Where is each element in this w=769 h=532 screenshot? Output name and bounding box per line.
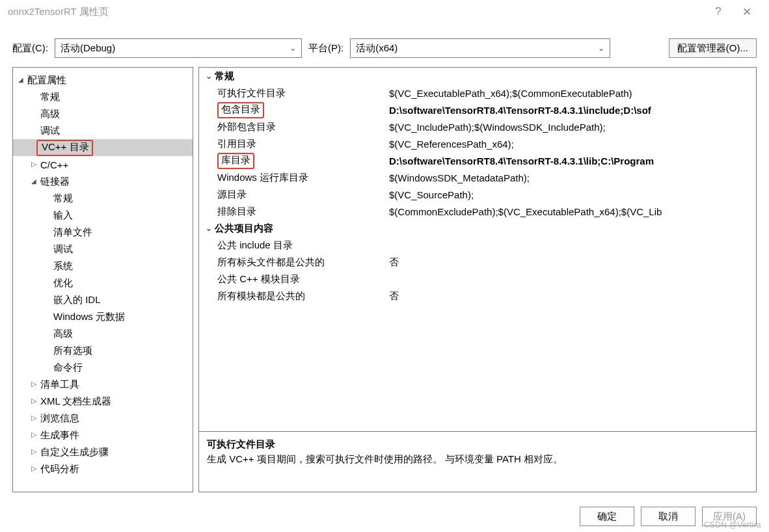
- property-row[interactable]: 包含目录D:\software\TensorRT8.4\TensorRT-8.4…: [199, 101, 756, 118]
- group-title: 常规: [215, 70, 234, 83]
- tree-item[interactable]: C/C++: [13, 156, 193, 173]
- tree-item-label: 优化: [52, 277, 73, 289]
- property-row[interactable]: 库目录D:\software\TensorRT8.4\TensorRT-8.4.…: [199, 152, 756, 169]
- property-name: 可执行文件目录: [199, 87, 389, 100]
- dialog-body: 配置(C): 活动(Debug) ⌄ 平台(P): 活动(x64) ⌄ 配置管理…: [5, 26, 764, 527]
- tree-arrow-closed-icon[interactable]: [29, 430, 39, 439]
- tree-item-label: C/C++: [39, 159, 68, 170]
- cancel-button[interactable]: 取消: [641, 507, 695, 526]
- property-row[interactable]: 源目录$(VC_SourcePath);: [199, 186, 756, 203]
- tree-arrow-closed-icon[interactable]: [29, 379, 39, 388]
- group-header[interactable]: ⌄公共项目内容: [199, 220, 756, 237]
- tree-item-label: 高级: [52, 328, 73, 340]
- tree-arrow-closed-icon[interactable]: [29, 396, 39, 405]
- tree-item[interactable]: 所有选项: [13, 342, 193, 359]
- property-value[interactable]: 否: [389, 290, 756, 302]
- group-title: 公共项目内容: [215, 222, 273, 235]
- group-header[interactable]: ⌄常规: [199, 68, 756, 85]
- property-value[interactable]: $(VC_ReferencesPath_x64);: [389, 139, 756, 150]
- tree-arrow-open-icon[interactable]: [29, 176, 39, 185]
- highlight-box: VC++ 目录: [36, 140, 93, 156]
- property-name: 所有模块都是公共的: [199, 290, 389, 302]
- tree-arrow-closed-icon[interactable]: [29, 464, 39, 473]
- property-value[interactable]: 否: [389, 256, 756, 269]
- property-value[interactable]: D:\software\TensorRT8.4\TensorRT-8.4.3.1…: [389, 155, 756, 166]
- tree-item[interactable]: 配置属性: [13, 72, 193, 88]
- property-row[interactable]: 可执行文件目录$(VC_ExecutablePath_x64);$(Common…: [199, 85, 756, 101]
- property-row[interactable]: 引用目录$(VC_ReferencesPath_x64);: [199, 135, 756, 152]
- tree-item[interactable]: 调试: [13, 241, 193, 258]
- tree-item-label: 浏览信息: [39, 412, 79, 425]
- property-row[interactable]: 外部包含目录$(VC_IncludePath);$(WindowsSDK_Inc…: [199, 118, 756, 135]
- property-row[interactable]: 排除目录$(CommonExcludePath);$(VC_Executable…: [199, 203, 756, 220]
- property-name: 所有标头文件都是公共的: [199, 256, 389, 269]
- highlight-box: 库目录: [217, 153, 254, 169]
- tree-item-label: 链接器: [39, 176, 70, 188]
- help-icon[interactable]: ?: [704, 5, 733, 18]
- platform-value: 活动(x64): [356, 42, 594, 55]
- property-row[interactable]: 公共 C++ 模块目录: [199, 271, 756, 287]
- tree-item[interactable]: 生成事件: [13, 427, 193, 444]
- tree-item[interactable]: 常规: [13, 190, 193, 207]
- tree-arrow-closed-icon[interactable]: [29, 159, 39, 168]
- property-name: 源目录: [199, 189, 389, 201]
- config-label: 配置(C):: [12, 42, 48, 55]
- tree-item[interactable]: Windows 元数据: [13, 308, 193, 325]
- property-value[interactable]: $(WindowsSDK_MetadataPath);: [389, 172, 756, 183]
- chevron-down-icon: ⌄: [203, 224, 215, 233]
- tree-item-label: 配置属性: [26, 74, 66, 86]
- tree-item[interactable]: 嵌入的 IDL: [13, 291, 193, 308]
- apply-button[interactable]: 应用(A): [702, 507, 757, 526]
- property-value[interactable]: $(VC_IncludePath);$(WindowsSDK_IncludePa…: [389, 122, 756, 133]
- property-row[interactable]: 所有标头文件都是公共的否: [199, 254, 756, 271]
- tree-item[interactable]: 清单文件: [13, 224, 193, 241]
- description-title: 可执行文件目录: [207, 438, 748, 451]
- tree-item[interactable]: 自定义生成步骤: [13, 444, 193, 460]
- property-value[interactable]: $(VC_SourcePath);: [389, 189, 756, 200]
- tree-arrow-closed-icon[interactable]: [29, 447, 39, 456]
- tree-item[interactable]: 系统: [13, 258, 193, 274]
- property-grid[interactable]: ⌄常规可执行文件目录$(VC_ExecutablePath_x64);$(Com…: [199, 68, 756, 431]
- property-row[interactable]: Windows 运行库目录$(WindowsSDK_MetadataPath);: [199, 169, 756, 186]
- tree-item[interactable]: 输入: [13, 207, 193, 224]
- tree-item-label: 高级: [39, 108, 60, 120]
- property-name: 外部包含目录: [199, 121, 389, 133]
- tree-item[interactable]: 高级: [13, 105, 193, 122]
- platform-combo[interactable]: 活动(x64) ⌄: [350, 38, 610, 58]
- tree-item-label: 生成事件: [39, 429, 79, 442]
- tree-item-label: 命令行: [52, 362, 83, 374]
- tree-item[interactable]: 调试: [13, 122, 193, 139]
- property-value[interactable]: $(VC_ExecutablePath_x64);$(CommonExecuta…: [389, 88, 756, 99]
- tree-item[interactable]: 链接器: [13, 173, 193, 190]
- tree-item-label: VC++ 目录: [40, 141, 89, 152]
- tree-item[interactable]: XML 文档生成器: [13, 393, 193, 410]
- tree-item-label: 输入: [52, 209, 73, 222]
- ok-button[interactable]: 确定: [580, 507, 634, 526]
- property-row[interactable]: 所有模块都是公共的否: [199, 287, 756, 304]
- property-row[interactable]: 公共 include 目录: [199, 237, 756, 254]
- tree-item-label: 系统: [52, 260, 73, 273]
- tree-item[interactable]: 浏览信息: [13, 410, 193, 427]
- tree-item[interactable]: 清单工具: [13, 376, 193, 393]
- property-value[interactable]: D:\software\TensorRT8.4\TensorRT-8.4.3.1…: [389, 105, 756, 116]
- tree-item[interactable]: 高级: [13, 325, 193, 342]
- tree-item-label: 常规: [39, 91, 60, 103]
- config-combo[interactable]: 活动(Debug) ⌄: [55, 38, 302, 58]
- tree-item-label: 调试: [52, 243, 73, 256]
- tree-item[interactable]: 代码分析: [13, 460, 193, 477]
- tree-item[interactable]: 优化: [13, 274, 193, 291]
- tree-item[interactable]: VC++ 目录: [13, 139, 193, 156]
- tree-item-label: Windows 元数据: [52, 311, 125, 323]
- tree-item[interactable]: 常规: [13, 88, 193, 105]
- tree-arrow-closed-icon[interactable]: [29, 413, 39, 422]
- nav-tree[interactable]: 配置属性常规高级调试VC++ 目录C/C++链接器常规输入清单文件调试系统优化嵌…: [12, 67, 193, 492]
- property-name: 库目录: [199, 153, 389, 169]
- close-icon[interactable]: ✕: [733, 5, 761, 19]
- config-manager-button[interactable]: 配置管理器(O)...: [669, 38, 757, 58]
- tree-arrow-open-icon[interactable]: [16, 75, 26, 84]
- tree-item-label: 自定义生成步骤: [39, 446, 109, 459]
- property-value[interactable]: $(CommonExcludePath);$(VC_ExecutablePath…: [389, 206, 756, 217]
- tree-item[interactable]: 命令行: [13, 359, 193, 376]
- property-panel: ⌄常规可执行文件目录$(VC_ExecutablePath_x64);$(Com…: [198, 67, 757, 492]
- property-name: 排除目录: [199, 206, 389, 218]
